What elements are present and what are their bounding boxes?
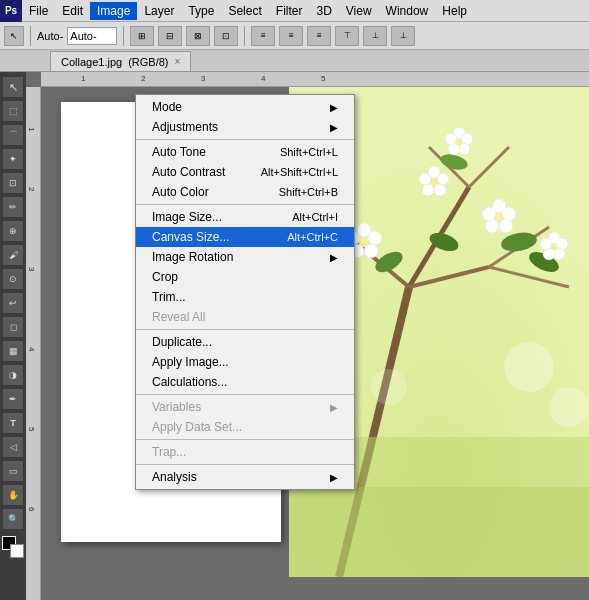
image-dropdown-menu: Mode ▶ Adjustments ▶ Auto Tone Shift+Ctr… — [135, 94, 355, 490]
menu-help[interactable]: Help — [435, 2, 474, 20]
tool-gradient[interactable]: ▦ — [2, 340, 24, 362]
menu-item-auto-color[interactable]: Auto Color Shift+Ctrl+B — [136, 182, 354, 202]
toolbar-align-mid[interactable]: ⊥ — [363, 26, 387, 46]
menu-view[interactable]: View — [339, 2, 379, 20]
tool-marquee[interactable]: ⬚ — [2, 100, 24, 122]
tool-magic-wand[interactable]: ✦ — [2, 148, 24, 170]
menu-item-auto-contrast[interactable]: Auto Contrast Alt+Shift+Ctrl+L — [136, 162, 354, 182]
mode-arrow-icon: ▶ — [330, 102, 338, 113]
tool-crop[interactable]: ⊡ — [2, 172, 24, 194]
tool-lasso[interactable]: ⌒ — [2, 124, 24, 146]
tool-move[interactable]: ↖ — [2, 76, 24, 98]
canvas-area: 1 2 3 4 5 1 2 3 4 5 6 — [26, 72, 589, 600]
tool-hand[interactable]: ✋ — [2, 484, 24, 506]
menu-item-duplicate[interactable]: Duplicate... — [136, 332, 354, 352]
menu-type[interactable]: Type — [181, 2, 221, 20]
toolbar-btn-3[interactable]: ⊠ — [186, 26, 210, 46]
variables-arrow-icon: ▶ — [330, 402, 338, 413]
toolbar-btn-1[interactable]: ⊞ — [130, 26, 154, 46]
tool-eraser[interactable]: ◻ — [2, 316, 24, 338]
menu-item-crop[interactable]: Crop — [136, 267, 354, 287]
menu-bar: Ps File Edit Image Layer Type Select Fil… — [0, 0, 589, 22]
tab-close-btn[interactable]: × — [175, 56, 181, 67]
toolbar-mode-input[interactable] — [67, 27, 117, 45]
tool-type[interactable]: T — [2, 412, 24, 434]
menu-item-trap: Trap... — [136, 442, 354, 462]
menu-item-analysis[interactable]: Analysis ▶ — [136, 467, 354, 487]
main-area: ↖ ⬚ ⌒ ✦ ⊡ ✏ ⊕ 🖌 ⊙ ↩ ◻ ▦ ◑ ✒ T ◁ ▭ ✋ 🔍 1 … — [0, 72, 589, 600]
toolbar-align-right[interactable]: ≡ — [307, 26, 331, 46]
toolbar: ↖ Auto- ⊞ ⊟ ⊠ ⊡ ≡ ≡ ≡ ⊤ ⊥ ⊥ — [0, 22, 589, 50]
dropdown-overlay: Mode ▶ Adjustments ▶ Auto Tone Shift+Ctr… — [26, 72, 589, 600]
menu-3d[interactable]: 3D — [309, 2, 338, 20]
menu-item-adjustments[interactable]: Adjustments ▶ — [136, 117, 354, 137]
tool-pen[interactable]: ✒ — [2, 388, 24, 410]
tab-collage[interactable]: Collage1.jpg (RGB/8) × — [50, 51, 191, 71]
tool-dodge[interactable]: ◑ — [2, 364, 24, 386]
toolbar-btn-4[interactable]: ⊡ — [214, 26, 238, 46]
menu-item-calculations[interactable]: Calculations... — [136, 372, 354, 392]
analysis-arrow-icon: ▶ — [330, 472, 338, 483]
tool-eyedropper[interactable]: ✏ — [2, 196, 24, 218]
menu-layer[interactable]: Layer — [137, 2, 181, 20]
tool-history[interactable]: ↩ — [2, 292, 24, 314]
toolbar-align-bot[interactable]: ⊥ — [391, 26, 415, 46]
menu-section-7: Analysis ▶ — [136, 465, 354, 489]
adjustments-arrow-icon: ▶ — [330, 122, 338, 133]
menu-item-variables: Variables ▶ — [136, 397, 354, 417]
menu-image[interactable]: Image — [90, 2, 137, 20]
menu-item-image-size[interactable]: Image Size... Alt+Ctrl+I — [136, 207, 354, 227]
tool-zoom[interactable]: 🔍 — [2, 508, 24, 530]
toolbar-align-center[interactable]: ≡ — [279, 26, 303, 46]
toolbar-align-left[interactable]: ≡ — [251, 26, 275, 46]
tool-brush[interactable]: 🖌 — [2, 244, 24, 266]
menu-item-auto-tone[interactable]: Auto Tone Shift+Ctrl+L — [136, 142, 354, 162]
menu-item-reveal-all: Reveal All — [136, 307, 354, 327]
tab-filename: Collage1.jpg — [61, 56, 122, 68]
tools-panel: ↖ ⬚ ⌒ ✦ ⊡ ✏ ⊕ 🖌 ⊙ ↩ ◻ ▦ ◑ ✒ T ◁ ▭ ✋ 🔍 — [0, 72, 26, 600]
menu-select[interactable]: Select — [221, 2, 268, 20]
menu-item-image-rotation[interactable]: Image Rotation ▶ — [136, 247, 354, 267]
menu-edit[interactable]: Edit — [55, 2, 90, 20]
move-tool-icon[interactable]: ↖ — [4, 26, 24, 46]
menu-item-canvas-size[interactable]: Canvas Size... Alt+Ctrl+C — [136, 227, 354, 247]
app-logo: Ps — [0, 0, 22, 22]
tab-info: (RGB/8) — [128, 56, 168, 68]
menu-item-trim[interactable]: Trim... — [136, 287, 354, 307]
menu-window[interactable]: Window — [379, 2, 436, 20]
image-rotation-arrow-icon: ▶ — [330, 252, 338, 263]
toolbar-mode-label: Auto- — [37, 30, 63, 42]
menu-section-1: Mode ▶ Adjustments ▶ — [136, 95, 354, 140]
toolbar-btn-2[interactable]: ⊟ — [158, 26, 182, 46]
tool-heal[interactable]: ⊕ — [2, 220, 24, 242]
menu-section-5: Variables ▶ Apply Data Set... — [136, 395, 354, 440]
menu-section-3: Image Size... Alt+Ctrl+I Canvas Size... … — [136, 205, 354, 330]
foreground-bg-colors[interactable] — [2, 536, 24, 558]
tool-clone[interactable]: ⊙ — [2, 268, 24, 290]
tab-bar: Collage1.jpg (RGB/8) × — [0, 50, 589, 72]
toolbar-separator-1 — [30, 26, 31, 46]
menu-file[interactable]: File — [22, 2, 55, 20]
tool-path[interactable]: ◁ — [2, 436, 24, 458]
menu-section-6: Trap... — [136, 440, 354, 465]
tool-shape[interactable]: ▭ — [2, 460, 24, 482]
menu-item-apply-image[interactable]: Apply Image... — [136, 352, 354, 372]
toolbar-separator-2 — [123, 26, 124, 46]
toolbar-align-top[interactable]: ⊤ — [335, 26, 359, 46]
menu-item-apply-data-set: Apply Data Set... — [136, 417, 354, 437]
menu-section-2: Auto Tone Shift+Ctrl+L Auto Contrast Alt… — [136, 140, 354, 205]
menu-filter[interactable]: Filter — [269, 2, 310, 20]
menu-section-4: Duplicate... Apply Image... Calculations… — [136, 330, 354, 395]
menu-item-mode[interactable]: Mode ▶ — [136, 97, 354, 117]
toolbar-separator-3 — [244, 26, 245, 46]
